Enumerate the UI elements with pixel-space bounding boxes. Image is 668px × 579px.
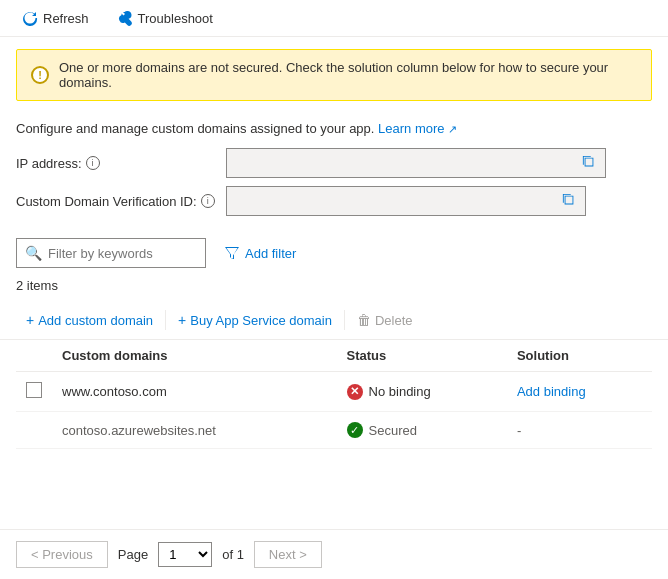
custom-domain-verification-field [226, 186, 586, 216]
filter-bar: 🔍 Add filter [0, 224, 668, 274]
table-cell-status: ✓Secured [337, 412, 507, 449]
delete-button[interactable]: 🗑 Delete [347, 307, 423, 333]
learn-more-link[interactable]: Learn more [378, 121, 457, 136]
status-text: No binding [369, 384, 431, 399]
table-cell-domain: contoso.azurewebsites.net [52, 412, 337, 449]
actions-bar: + Add custom domain + Buy App Service do… [0, 301, 668, 340]
ip-address-label: IP address: i [16, 156, 216, 171]
custom-domain-info-icon[interactable]: i [201, 194, 215, 208]
info-description: Configure and manage custom domains assi… [16, 121, 374, 136]
info-section: Configure and manage custom domains assi… [0, 113, 668, 140]
ip-address-info-icon[interactable]: i [86, 156, 100, 170]
buy-app-service-domain-button[interactable]: + Buy App Service domain [168, 307, 342, 333]
status-error-icon: ✕ [347, 384, 363, 400]
table-row: contoso.azurewebsites.net✓Secured- [16, 412, 652, 449]
table-cell-solution[interactable]: Add binding [507, 372, 652, 412]
table-header-status: Status [337, 340, 507, 372]
filter-icon [224, 245, 240, 261]
alert-icon: ! [31, 66, 49, 84]
refresh-icon [22, 10, 38, 26]
table-header-custom-domains: Custom domains [52, 340, 337, 372]
add-filter-button[interactable]: Add filter [216, 241, 304, 265]
fields-section: IP address: i Custom Domain Verification… [0, 140, 668, 224]
table-cell-domain: www.contoso.com [52, 372, 337, 412]
previous-button[interactable]: < Previous [16, 541, 108, 568]
plus-icon-1: + [26, 312, 34, 328]
ip-address-input[interactable] [235, 156, 577, 171]
status-text: Secured [369, 423, 417, 438]
row-checkbox[interactable] [26, 382, 42, 398]
table-section: Custom domains Status Solution www.conto… [0, 340, 668, 449]
wrench-icon [117, 10, 133, 26]
filter-input-wrap: 🔍 [16, 238, 206, 268]
refresh-button[interactable]: Refresh [16, 6, 95, 30]
add-custom-domain-button[interactable]: + Add custom domain [16, 307, 163, 333]
alert-banner: ! One or more domains are not secured. C… [16, 49, 652, 101]
custom-domain-verification-row: Custom Domain Verification ID: i [16, 186, 652, 216]
troubleshoot-label: Troubleshoot [138, 11, 213, 26]
table-cell-status: ✕No binding [337, 372, 507, 412]
page-select[interactable]: 1 [158, 542, 212, 567]
search-icon: 🔍 [25, 245, 42, 261]
copy-icon-2 [562, 193, 576, 207]
ip-address-copy-button[interactable] [577, 152, 601, 175]
toolbar: Refresh Troubleshoot [0, 0, 668, 37]
table-cell-solution: - [507, 412, 652, 449]
copy-icon [582, 155, 596, 169]
table-cell-checkbox [16, 412, 52, 449]
of-label: of 1 [222, 547, 244, 562]
table-header-checkbox-cell [16, 340, 52, 372]
pagination: < Previous Page 1 of 1 Next > [0, 529, 668, 579]
add-filter-label: Add filter [245, 246, 296, 261]
table-cell-checkbox [16, 372, 52, 412]
domains-table: Custom domains Status Solution www.conto… [16, 340, 652, 449]
table-header-solution: Solution [507, 340, 652, 372]
action-divider-1 [165, 310, 166, 330]
status-success-icon: ✓ [347, 422, 363, 438]
custom-domain-copy-button[interactable] [557, 190, 581, 213]
filter-input[interactable] [48, 246, 197, 261]
plus-icon-2: + [178, 312, 186, 328]
custom-domain-verification-label: Custom Domain Verification ID: i [16, 194, 216, 209]
table-header-row: Custom domains Status Solution [16, 340, 652, 372]
solution-link[interactable]: Add binding [517, 384, 586, 399]
action-divider-2 [344, 310, 345, 330]
page-label: Page [118, 547, 148, 562]
refresh-label: Refresh [43, 11, 89, 26]
ip-address-field [226, 148, 606, 178]
trash-icon: 🗑 [357, 312, 371, 328]
alert-text: One or more domains are not secured. Che… [59, 60, 637, 90]
items-count: 2 items [0, 274, 668, 301]
ip-address-row: IP address: i [16, 148, 652, 178]
next-button[interactable]: Next > [254, 541, 322, 568]
troubleshoot-button[interactable]: Troubleshoot [111, 6, 219, 30]
table-row: www.contoso.com✕No bindingAdd binding [16, 372, 652, 412]
custom-domain-input[interactable] [235, 194, 557, 209]
